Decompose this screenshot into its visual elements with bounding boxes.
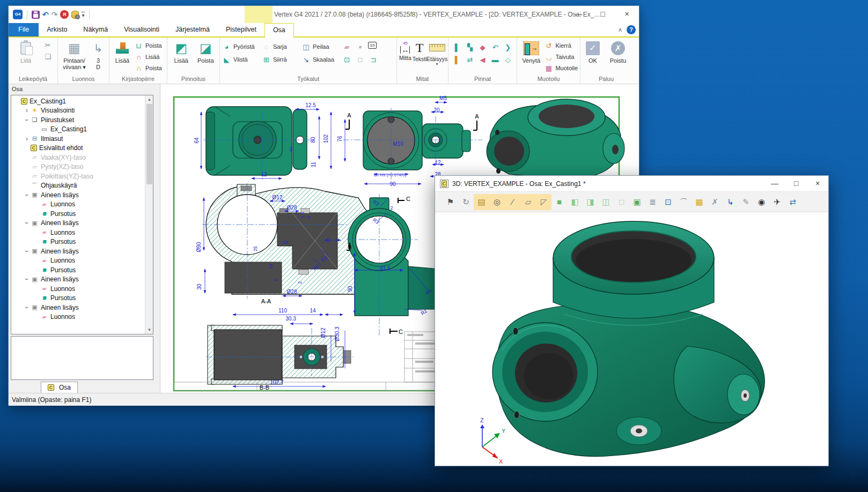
move-button[interactable]: ⊞Siirrä xyxy=(262,54,300,65)
view-box-shaded-icon[interactable]: □ xyxy=(614,194,629,210)
view-box-front-icon[interactable]: ◨ xyxy=(583,194,598,210)
exit-button[interactable]: ✗ Poistu xyxy=(607,39,629,64)
tree-item-poikittais-yz-taso[interactable]: ▱Poikittais(YZ)-taso xyxy=(11,172,144,181)
scroll-down-icon[interactable]: ▼ xyxy=(145,326,153,334)
customize-qat-icon[interactable]: ▾ xyxy=(82,12,84,18)
snap-line-icon[interactable]: ∕ xyxy=(505,194,520,210)
minimize-button[interactable]: — xyxy=(764,176,785,192)
magnet-remove-button[interactable]: ∩Poista xyxy=(134,63,162,73)
tab-osa[interactable]: C Osa xyxy=(41,382,78,393)
minimize-button[interactable]: — xyxy=(567,6,591,23)
viewport-3d[interactable]: Z Y X xyxy=(435,212,828,466)
menu-tab-järjestelmä[interactable]: Järjestelmä xyxy=(167,23,218,36)
tree-item-pursotus[interactable]: ■Pursotus xyxy=(11,209,144,219)
text-button[interactable]: T Teksti xyxy=(413,39,427,62)
save-icon[interactable] xyxy=(32,11,40,19)
surface-h-icon[interactable]: ▬ xyxy=(490,55,501,65)
pin-line-icon[interactable]: ∘ xyxy=(355,42,366,52)
eye-icon[interactable]: ◉ xyxy=(754,194,769,210)
tree-item-aineen-lis-ys[interactable]: ›▣Aineen lisäys xyxy=(11,190,144,200)
surface-arrow-icon[interactable]: ◀ xyxy=(477,55,488,65)
help-icon[interactable]: ? xyxy=(627,25,636,34)
stretch-button[interactable]: Venytä xyxy=(519,39,543,64)
drawer-icon[interactable]: ▦ xyxy=(692,194,707,210)
chevron-right-icon[interactable]: › xyxy=(23,135,31,143)
library-add-button[interactable]: Lisää xyxy=(112,39,133,64)
library-remove-button[interactable]: ⊔Poista xyxy=(134,40,162,51)
menu-tab-näkymä[interactable]: Näkymä xyxy=(75,23,116,36)
view-box-top-icon[interactable]: ◧ xyxy=(567,194,583,210)
view-box-side-icon[interactable]: ◫ xyxy=(598,194,614,210)
surface-diamond-icon[interactable]: ◇ xyxy=(502,55,513,65)
tree-item-luonnos[interactable]: ▰Luonnos xyxy=(11,284,144,294)
chevron-right-icon[interactable]: › xyxy=(23,107,31,114)
magnet-add-button[interactable]: ∩Lisää xyxy=(134,51,162,62)
collapse-ribbon-icon[interactable]: ∧ xyxy=(618,26,622,33)
dimension-button[interactable]: 45 ↔ Mitta xyxy=(399,39,411,61)
tree-item-ilmiasut[interactable]: ›⊟Ilmiasut xyxy=(11,134,144,144)
redo-icon[interactable]: ↷ xyxy=(52,10,58,19)
surface-chevron-icon[interactable]: ❯ xyxy=(502,42,513,53)
notes-icon[interactable]: ≣ xyxy=(645,194,660,210)
axes-icon[interactable]: ↳ xyxy=(723,194,738,210)
tree-item-piirustukset[interactable]: ›❏Piirustukset xyxy=(11,115,144,125)
surface-curve-icon[interactable]: ↶ xyxy=(490,42,501,53)
bend-button[interactable]: ◡Taivuta xyxy=(544,51,578,62)
box-wire-icon[interactable]: □ xyxy=(355,55,366,65)
mirror-button[interactable]: ◫Peilaa xyxy=(301,41,340,53)
chevron-down-icon[interactable]: › xyxy=(23,116,31,124)
tree-item-pursotus[interactable]: ■Pursotus xyxy=(11,237,144,247)
airplane-icon[interactable]: ✈ xyxy=(769,194,785,210)
coating-add-button[interactable]: ◩ Lisää xyxy=(170,39,193,64)
measure-icon[interactable]: ▤ xyxy=(474,194,489,210)
undo-icon[interactable]: ↶ xyxy=(42,10,49,19)
rotate-button[interactable]: ↺Kierrä xyxy=(544,40,578,51)
surface-orange-icon[interactable]: ▌ xyxy=(452,55,463,65)
menu-tab-visualisointi[interactable]: Visualisointi xyxy=(116,23,167,36)
view-box-solid-icon[interactable]: ■ xyxy=(551,194,567,210)
surface-wedge-icon[interactable]: ◆ xyxy=(477,42,488,53)
replay-icon[interactable]: R xyxy=(60,10,69,19)
view-box-select-icon[interactable]: ▣ xyxy=(629,194,645,210)
eraser-icon[interactable]: ▰ xyxy=(341,42,352,52)
coating-remove-button[interactable]: ◪ Poista xyxy=(194,39,218,64)
menu-tab-pistepilvet[interactable]: Pistepilvet xyxy=(218,23,264,36)
surface-offset-icon[interactable]: ⇄ xyxy=(465,55,476,65)
tree-item-aineen-lis-ys[interactable]: ›▣Aineen lisäys xyxy=(11,219,144,228)
pencils-icon[interactable]: ✎ xyxy=(738,194,754,210)
tree-item-luonnos[interactable]: ▰Luonnos xyxy=(11,228,144,237)
box-solid-icon[interactable]: ⊡ xyxy=(341,55,352,65)
round-button[interactable]: ◕Pyöristä xyxy=(222,41,261,53)
chevron-down-icon[interactable]: › xyxy=(23,275,31,283)
delete-icon[interactable]: ✗ xyxy=(707,194,723,210)
menu-tab-osa[interactable]: Osa xyxy=(264,23,294,38)
tree-item-luonnos[interactable]: ▰Luonnos xyxy=(11,312,144,322)
maximize-button[interactable]: □ xyxy=(785,176,807,192)
tree-item-pysty-xz-taso[interactable]: ▱Pysty(XZ)-taso xyxy=(11,162,144,172)
series-button[interactable]: ◌Sarja xyxy=(262,41,300,53)
chevron-down-icon[interactable]: › xyxy=(23,219,31,227)
tree-item-ex-casting1[interactable]: CEx_Casting1 xyxy=(11,96,144,106)
tree-item-luonnos[interactable]: ▰Luonnos xyxy=(11,200,144,210)
surface-delete-icon[interactable]: ▚ xyxy=(465,42,476,53)
tree-item-esivalitut-ehdot[interactable]: CEsivalitut ehdot xyxy=(11,144,144,153)
flip-icon[interactable]: ⇄ xyxy=(785,194,800,210)
scroll-thumb[interactable] xyxy=(146,104,152,184)
tree-item-pursotus[interactable]: ■Pursotus xyxy=(11,294,144,303)
snap-center-icon[interactable]: ◎ xyxy=(489,194,505,210)
tree-item-pursotus[interactable]: ■Pursotus xyxy=(11,265,144,275)
copy-button[interactable]: ❏ xyxy=(42,51,54,62)
tree-item-aineen-lis-ys[interactable]: ›▣Aineen lisäys xyxy=(11,275,144,285)
distance-button[interactable]: Etäisyys ▾ xyxy=(428,39,446,65)
menu-tab-arkisto[interactable]: Arkisto xyxy=(39,23,75,36)
tree-item-visualisointi[interactable]: ›☀Visualisointi xyxy=(11,106,144,116)
snap-plane-icon[interactable]: ▱ xyxy=(520,194,536,210)
part-c-icon[interactable]: ⊐ xyxy=(368,55,379,65)
close-button[interactable]: × xyxy=(615,6,639,23)
close-button[interactable]: × xyxy=(807,176,828,192)
snap-edge-icon[interactable]: ◸ xyxy=(536,194,551,210)
database-settings-icon[interactable] xyxy=(71,11,79,19)
paste-button[interactable]: Liitä xyxy=(11,39,41,64)
sketch-3d-button[interactable]: ↳ 3D xyxy=(90,39,107,70)
menu-tab-file[interactable]: File xyxy=(9,23,39,36)
